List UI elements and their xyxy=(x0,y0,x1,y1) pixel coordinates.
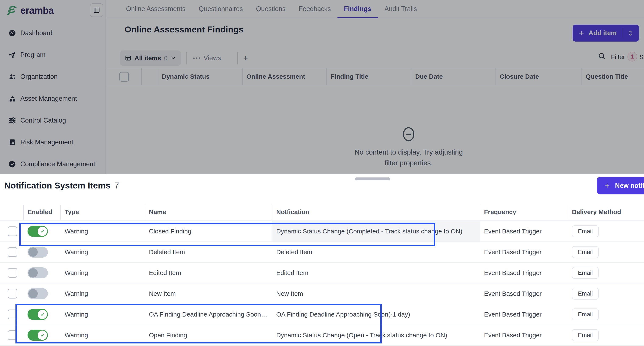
toggle-knob xyxy=(28,268,38,277)
notification-cell: OA Finding Deadline Approaching Soon(-1 … xyxy=(276,311,410,318)
frequency-cell: Event Based Trigger xyxy=(484,228,542,235)
table-row: Warning OA Finding Deadline Approaching … xyxy=(0,304,644,325)
table-row: Warning Closed Finding Dynamic Status Ch… xyxy=(0,221,644,242)
column-header-enabled[interactable]: Enabled xyxy=(28,208,52,216)
table-row: Warning Edited Item Edited Item Event Ba… xyxy=(0,263,644,283)
column-header-delivery-method[interactable]: Delivery Method xyxy=(572,208,621,216)
toggle-knob xyxy=(28,247,38,257)
app-root: eramba Dashboard Program Organization xyxy=(0,0,644,346)
name-cell[interactable]: Closed Finding xyxy=(149,228,268,235)
panel-count: 7 xyxy=(114,181,119,191)
table-row: Warning Deleted Item Deleted Item Event … xyxy=(0,242,644,263)
delivery-method-badge: Email xyxy=(572,267,599,279)
column-header-type[interactable]: Type xyxy=(64,208,79,216)
delivery-method-badge: Email xyxy=(572,329,599,341)
frequency-cell: Event Based Trigger xyxy=(484,269,542,276)
name-cell[interactable]: Edited Item xyxy=(149,269,268,276)
row-checkbox[interactable] xyxy=(8,268,17,278)
name-cell[interactable]: New Item xyxy=(149,290,268,297)
new-notification-button[interactable]: + New notification xyxy=(597,177,644,194)
notification-cell: Dynamic Status Change (Open - Track stat… xyxy=(276,331,447,339)
check-icon xyxy=(40,311,45,317)
enabled-toggle-off[interactable] xyxy=(28,247,48,258)
delivery-method-badge: Email xyxy=(572,308,599,320)
toggle-knob xyxy=(38,310,47,319)
new-notification-label: New notification xyxy=(615,182,644,190)
column-header-frequency[interactable]: Frequency xyxy=(484,208,516,216)
notification-cell: Deleted Item xyxy=(276,248,312,256)
enabled-toggle-on[interactable] xyxy=(28,309,48,320)
panel-drag-handle[interactable] xyxy=(355,177,390,180)
notification-cell: Edited Item xyxy=(276,269,308,276)
check-icon xyxy=(40,332,45,338)
row-checkbox[interactable] xyxy=(8,309,17,319)
row-checkbox[interactable] xyxy=(8,247,17,257)
plus-icon: + xyxy=(604,181,610,191)
notification-cell: New Item xyxy=(276,290,303,297)
type-cell: Warning xyxy=(64,248,88,256)
frequency-cell: Event Based Trigger xyxy=(484,248,542,256)
table-row: Warning Open Finding Dynamic Status Chan… xyxy=(0,325,644,346)
frequency-cell: Event Based Trigger xyxy=(484,331,542,339)
row-checkbox[interactable] xyxy=(8,289,17,298)
name-cell[interactable]: Deleted Item xyxy=(149,248,268,256)
notification-panel: Notification System Items 7 + New notifi… xyxy=(0,174,644,346)
type-cell: Warning xyxy=(64,228,88,235)
type-cell: Warning xyxy=(64,290,88,297)
dim-overlay xyxy=(0,0,644,174)
notification-cell: Dynamic Status Change (Completed - Track… xyxy=(276,228,462,235)
frequency-cell: Event Based Trigger xyxy=(484,311,542,318)
frequency-cell: Event Based Trigger xyxy=(484,290,542,297)
panel-title-row: Notification System Items 7 xyxy=(4,181,119,191)
delivery-method-badge: Email xyxy=(572,246,599,258)
row-checkbox[interactable] xyxy=(8,226,17,236)
type-cell: Warning xyxy=(64,311,88,318)
column-header-name[interactable]: Name xyxy=(149,208,166,216)
notification-rows: Warning Closed Finding Dynamic Status Ch… xyxy=(0,221,644,346)
check-icon xyxy=(40,228,45,234)
panel-title: Notification System Items xyxy=(4,181,110,191)
table-row: Warning New Item New Item Event Based Tr… xyxy=(0,283,644,304)
delivery-method-badge: Email xyxy=(572,225,599,237)
toggle-knob xyxy=(38,227,47,236)
column-header-notification[interactable]: Notfication xyxy=(276,208,310,216)
name-cell[interactable]: OA Finding Deadline Approaching Soon(... xyxy=(149,311,268,318)
toggle-knob xyxy=(38,330,47,340)
enabled-toggle-on[interactable] xyxy=(28,330,48,341)
notification-table-header: Enabled Type Name Notfication Frequency … xyxy=(0,204,644,220)
delivery-method-badge: Email xyxy=(572,288,599,299)
toggle-knob xyxy=(28,289,38,298)
enabled-toggle-on[interactable] xyxy=(28,226,48,237)
type-cell: Warning xyxy=(64,331,88,339)
enabled-toggle-off[interactable] xyxy=(28,288,48,299)
row-checkbox[interactable] xyxy=(8,330,17,340)
type-cell: Warning xyxy=(64,269,88,276)
enabled-toggle-off[interactable] xyxy=(28,267,48,278)
name-cell[interactable]: Open Finding xyxy=(149,331,268,339)
